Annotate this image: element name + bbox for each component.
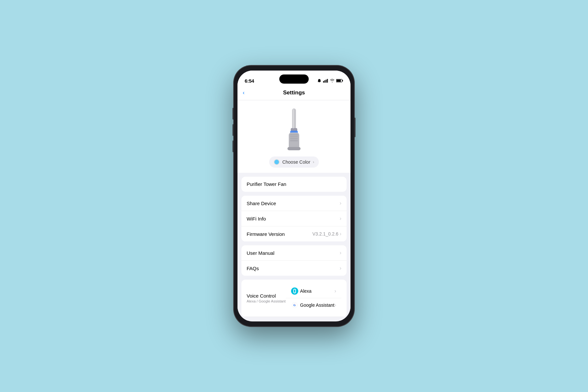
choose-color-chevron: ›: [313, 160, 314, 164]
device-image: [274, 107, 314, 153]
status-time: 6:54: [245, 78, 254, 84]
voice-options: Alexa ›: [286, 284, 341, 312]
firmware-right: V3.2.1_0.2.6 ›: [312, 231, 341, 237]
svg-text:G: G: [293, 303, 295, 307]
svg-rect-0: [323, 81, 324, 83]
status-icons: [317, 79, 343, 83]
wifi-info-label: WiFi Info: [247, 216, 266, 221]
svg-rect-14: [290, 140, 298, 141]
user-manual-row[interactable]: User Manual ›: [241, 245, 347, 261]
alexa-icon: [291, 287, 298, 295]
settings-group-2: User Manual › FAQs ›: [241, 245, 347, 276]
voice-control-combined: Voice Control Alexa / Google Assistant A…: [241, 280, 347, 317]
firmware-row[interactable]: Firmware Version V3.2.1_0.2.6 ›: [241, 226, 347, 241]
svg-rect-6: [336, 80, 341, 82]
voice-control-subtitle: Alexa / Google Assistant: [247, 299, 286, 303]
share-device-chevron: ›: [340, 200, 341, 206]
faqs-label: FAQs: [247, 266, 259, 271]
mute-icon: [317, 79, 321, 83]
svg-rect-3: [327, 79, 328, 83]
voice-control-title: Voice Control: [247, 293, 286, 299]
device-name-text: Purifier Tower Fan: [247, 181, 286, 187]
svg-rect-5: [342, 80, 343, 81]
svg-rect-12: [290, 137, 298, 137]
svg-rect-13: [290, 139, 298, 139]
user-manual-chevron: ›: [340, 250, 341, 256]
alexa-icon-inner: [293, 289, 296, 293]
svg-rect-16: [293, 109, 294, 129]
choose-color-button[interactable]: Choose Color ›: [269, 156, 319, 168]
alexa-label: Alexa: [300, 288, 312, 294]
choose-color-label: Choose Color: [282, 159, 310, 165]
nav-title: Settings: [283, 90, 305, 96]
dynamic-island: [279, 74, 309, 84]
faqs-row[interactable]: FAQs ›: [241, 261, 347, 276]
phone-screen: 6:54: [237, 71, 351, 321]
phone-shell: 6:54: [234, 65, 354, 327]
content-area[interactable]: Choose Color › Purifier Tower Fan Share …: [237, 100, 351, 321]
wifi-info-row[interactable]: WiFi Info ›: [241, 211, 347, 226]
google-assistant-label: Google Assistant: [300, 302, 335, 308]
faqs-right: ›: [340, 265, 341, 271]
svg-rect-11: [290, 135, 298, 135]
user-manual-label: User Manual: [247, 250, 274, 256]
google-assistant-row-inner: G Google Assistant: [291, 302, 335, 309]
google-assistant-chevron: ›: [335, 302, 336, 308]
device-image-section: Choose Color ›: [237, 100, 351, 173]
wifi-info-chevron: ›: [340, 216, 341, 221]
voice-control-left: Voice Control Alexa / Google Assistant: [247, 293, 286, 303]
share-device-row[interactable]: Share Device ›: [241, 196, 347, 211]
wifi-info-right: ›: [340, 216, 341, 221]
purifier-svg: [284, 108, 304, 151]
google-assistant-row[interactable]: G Google Assistant ›: [286, 298, 341, 312]
device-name-row[interactable]: Purifier Tower Fan: [241, 177, 347, 192]
signal-icon: [323, 79, 328, 83]
battery-icon: [336, 79, 343, 83]
share-device-right: ›: [340, 200, 341, 206]
settings-group-1: Share Device › WiFi Info › Firmware Vers…: [241, 196, 347, 241]
voice-control-group: Voice Control Alexa / Google Assistant A…: [241, 280, 347, 317]
share-device-label: Share Device: [247, 201, 276, 206]
svg-rect-1: [324, 80, 325, 83]
faqs-chevron: ›: [340, 265, 341, 271]
firmware-chevron: ›: [340, 231, 341, 237]
alexa-row[interactable]: Alexa ›: [286, 284, 341, 298]
back-button[interactable]: ‹: [243, 90, 245, 96]
nav-bar: ‹ Settings: [237, 87, 351, 100]
alexa-row-inner: Alexa: [291, 287, 312, 295]
google-icon: G: [291, 302, 298, 309]
alexa-chevron: ›: [335, 288, 336, 294]
svg-rect-15: [287, 147, 301, 150]
firmware-value: V3.2.1_0.2.6: [312, 231, 338, 237]
color-dot: [274, 159, 280, 165]
firmware-label: Firmware Version: [247, 231, 285, 237]
svg-rect-2: [326, 80, 327, 83]
wifi-icon: [330, 79, 335, 83]
user-manual-right: ›: [340, 250, 341, 256]
